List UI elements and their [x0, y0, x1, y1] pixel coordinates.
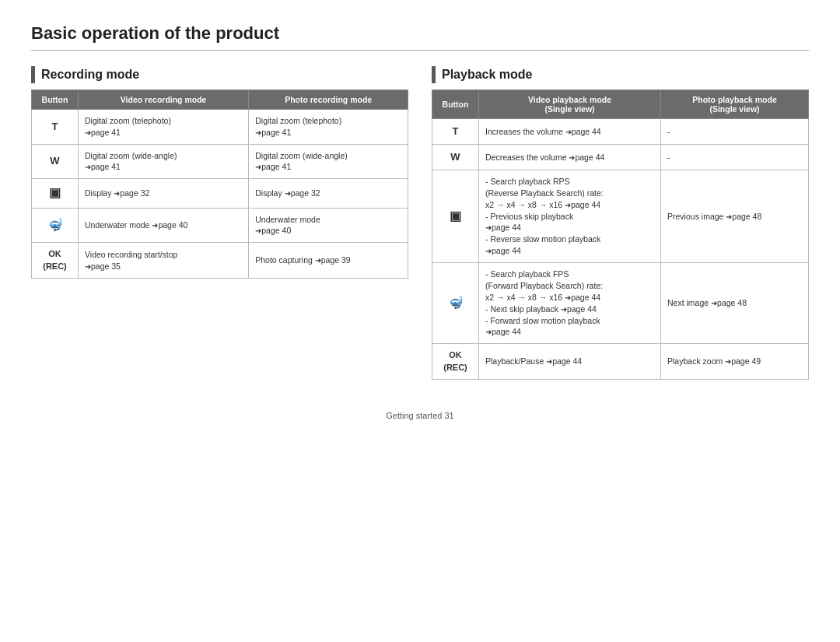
- pb-video-underwater: - Search playback FPS(Forward Playback S…: [479, 263, 661, 344]
- table-row: W Digital zoom (wide-angle)➜page 41 Digi…: [32, 144, 408, 179]
- recording-section: Recording mode Button Video recording mo…: [31, 66, 408, 380]
- pb-video-W: Decreases the volume ➜page 44: [479, 145, 661, 170]
- pb-photo-ok: Playback zoom ➜page 49: [661, 344, 809, 380]
- rec-video-W: Digital zoom (wide-angle)➜page 41: [79, 144, 249, 179]
- button-T: T: [32, 110, 79, 145]
- rec-photo-W: Digital zoom (wide-angle)➜page 41: [249, 144, 408, 179]
- page-footer: Getting started 31: [31, 411, 809, 420]
- button-W: W: [32, 144, 79, 179]
- pb-col-photo: Photo playback mode(Single view): [661, 90, 809, 119]
- table-row: T Digital zoom (telephoto)➜page 41 Digit…: [32, 110, 408, 145]
- rec-photo-ok: Photo capturing ➜page 39: [249, 243, 408, 279]
- button-underwater: 🤿: [32, 208, 79, 243]
- rec-video-ok: Video recording start/stop➜page 35: [79, 243, 249, 279]
- pb-video-T: Increases the volume ➜page 44: [479, 119, 661, 145]
- button-ok-rec: OK (REC): [32, 243, 79, 279]
- underwater-icon-pb: 🤿: [448, 296, 464, 309]
- rec-photo-display: Display ➜page 32: [249, 179, 408, 208]
- recording-table: Button Video recording mode Photo record…: [31, 89, 408, 279]
- pb-photo-display: Previous image ➜page 48: [661, 170, 809, 263]
- button-display: ▣: [32, 179, 79, 208]
- rec-photo-underwater: Underwater mode➜page 40: [249, 208, 408, 243]
- section-bar: [31, 66, 35, 83]
- rec-video-underwater: Underwater mode ➜page 40: [79, 208, 249, 243]
- pb-photo-underwater: Next image ➜page 48: [661, 263, 809, 344]
- pb-button-underwater: 🤿: [432, 263, 479, 344]
- table-row: ▣ - Search playback RPS(Reverse Playback…: [432, 170, 809, 263]
- table-row: 🤿 - Search playback FPS(Forward Playback…: [432, 263, 809, 344]
- rec-video-display: Display ➜page 32: [79, 179, 249, 208]
- table-row: T Increases the volume ➜page 44 -: [432, 119, 809, 145]
- table-row: OK (REC) Video recording start/stop➜page…: [32, 243, 408, 279]
- rec-video-T: Digital zoom (telephoto)➜page 41: [79, 110, 249, 145]
- table-row: OK (REC) Playback/Pause ➜page 44 Playbac…: [432, 344, 809, 380]
- page-title: Basic operation of the product: [31, 23, 809, 51]
- pb-button-display: ▣: [432, 170, 479, 263]
- table-row: W Decreases the volume ➜page 44 -: [432, 145, 809, 170]
- rec-col-button: Button: [32, 90, 79, 110]
- rec-photo-T: Digital zoom (telephoto)➜page 41: [249, 110, 408, 145]
- display-icon: ▣: [49, 186, 61, 199]
- pb-button-T: T: [432, 119, 479, 145]
- pb-col-video: Video playback mode(Single view): [479, 90, 661, 119]
- pb-photo-T: -: [661, 119, 809, 145]
- pb-col-button: Button: [432, 90, 479, 119]
- table-row: 🤿 Underwater mode ➜page 40 Underwater mo…: [32, 208, 408, 243]
- recording-section-title: Recording mode: [41, 68, 139, 82]
- underwater-icon: 🤿: [47, 218, 63, 231]
- playback-table: Button Video playback mode(Single view) …: [432, 89, 809, 380]
- pb-video-ok: Playback/Pause ➜page 44: [479, 344, 661, 380]
- pb-video-display: - Search playback RPS(Reverse Playback S…: [479, 170, 661, 263]
- rec-col-video: Video recording mode: [79, 90, 249, 110]
- pb-photo-W: -: [661, 145, 809, 170]
- pb-button-W: W: [432, 145, 479, 170]
- section-bar-pb: [432, 66, 436, 83]
- display-icon-pb: ▣: [450, 209, 461, 223]
- rec-col-photo: Photo recording mode: [249, 90, 408, 110]
- table-row: ▣ Display ➜page 32 Display ➜page 32: [32, 179, 408, 208]
- playback-section-title: Playback mode: [442, 68, 533, 82]
- playback-section: Playback mode Button Video playback mode…: [432, 66, 809, 380]
- pb-button-ok-rec: OK (REC): [432, 344, 479, 380]
